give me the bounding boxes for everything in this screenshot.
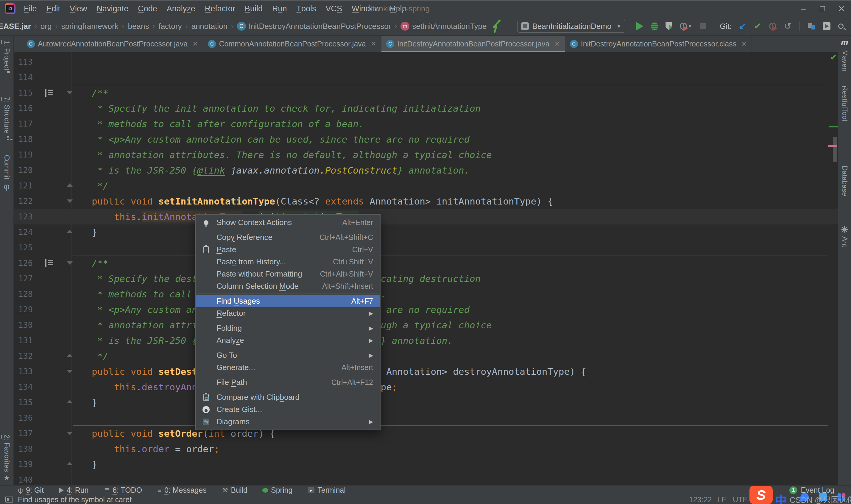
context-menu-item-paste[interactable]: PasteCtrl+V (196, 244, 380, 256)
line-number[interactable]: 120 (14, 163, 33, 178)
fold-marker-icon[interactable] (67, 370, 73, 373)
tool-window-button-messages[interactable]: ≡0: Messages (158, 486, 207, 494)
compare-branches-button[interactable] (808, 23, 815, 30)
line-number[interactable]: 136 (14, 410, 33, 426)
profiler-button[interactable]: ▼ (680, 23, 692, 30)
fold-marker-icon[interactable] (67, 91, 73, 94)
code-line[interactable]: 119 * annotation attributes. There is no… (14, 147, 838, 163)
menubar-item-refactor[interactable]: Refactor (200, 1, 240, 17)
run-button[interactable] (636, 22, 644, 30)
fold-marker-icon[interactable] (67, 400, 73, 403)
editor-scrollbar[interactable] (833, 137, 837, 162)
tool-window-button-database[interactable]: Database (838, 163, 851, 196)
context-menu-item-paste-from-history[interactable]: Paste from History...Ctrl+Shift+V (196, 256, 380, 268)
code-line[interactable]: 136 (14, 410, 838, 426)
breadcrumb-item[interactable]: CInitDestroyAnnotationBeanPostProcessor (237, 22, 391, 31)
line-number[interactable]: 133 (14, 364, 33, 379)
caret-position-widget[interactable]: 123:22 (689, 495, 712, 504)
run-configuration-select[interactable]: BeanInitializationDemo ▼ (517, 20, 626, 33)
fold-marker-icon[interactable] (67, 230, 73, 233)
code-line[interactable]: 139} (14, 457, 838, 472)
context-menu-item-folding[interactable]: Folding▶ (196, 322, 380, 334)
inspections-ok-icon[interactable]: ✔ (831, 52, 836, 62)
tool-window-button-commit[interactable]: Commitφ (0, 155, 13, 191)
line-number[interactable]: 121 (14, 178, 33, 194)
line-number[interactable]: 126 (14, 255, 33, 271)
line-number[interactable]: 129 (14, 302, 33, 317)
code-line[interactable]: 137public void setOrder(int order) { (14, 426, 838, 441)
run-anything-button[interactable] (823, 22, 830, 30)
code-line[interactable]: 124} (14, 224, 838, 240)
render-doc-icon[interactable] (45, 89, 54, 97)
menubar-item-build[interactable]: Build (240, 1, 267, 17)
line-number[interactable]: 127 (14, 271, 33, 286)
maximize-button[interactable] (813, 1, 832, 17)
rollback-button[interactable]: ↺ (784, 22, 792, 31)
line-number[interactable]: 117 (14, 116, 33, 131)
context-menu-item-show-context-actions[interactable]: Show Context ActionsAlt+Enter (196, 216, 380, 229)
history-button[interactable] (769, 23, 776, 30)
tool-window-button-project[interactable]: 1: Project (0, 40, 13, 73)
fold-marker-icon[interactable] (67, 183, 73, 187)
fold-marker-icon[interactable] (67, 462, 73, 465)
code-line[interactable]: 116 * Specify the init annotation to che… (14, 101, 838, 116)
tool-window-button-spring[interactable]: Spring (263, 486, 292, 494)
tab-close-icon[interactable]: ✕ (554, 40, 560, 48)
line-number[interactable]: 132 (14, 348, 33, 364)
breadcrumb-item[interactable]: msetInitAnnotationType (400, 22, 487, 31)
breadcrumb-item[interactable]: org (40, 22, 52, 31)
line-number[interactable]: 140 (14, 472, 33, 485)
tool-window-button-favorites[interactable]: 2: Favorites★ (0, 435, 13, 481)
menubar-item-tools[interactable]: Tools (291, 1, 321, 17)
context-menu-item-analyze[interactable]: Analyze▶ (196, 334, 380, 346)
tool-window-button-restfultool[interactable]: RestfulTool (838, 83, 851, 121)
menubar-item-view[interactable]: View (65, 1, 92, 17)
context-menu-item-paste-without-formatting[interactable]: Paste without FormattingCtrl+Alt+Shift+V (196, 268, 380, 280)
line-number[interactable]: 116 (14, 101, 33, 116)
git-update-button[interactable]: ↙ (739, 22, 746, 31)
menubar-item-analyze[interactable]: Analyze (162, 1, 200, 17)
line-number[interactable]: 115 (14, 85, 33, 101)
tool-window-button-terminal[interactable]: ▸Terminal (308, 486, 345, 494)
context-menu-item-go-to[interactable]: Go To▶ (196, 349, 380, 361)
context-menu-item-generate[interactable]: Generate...Alt+Insert (196, 361, 380, 374)
line-number[interactable]: 137 (14, 426, 33, 441)
spring-navigate-icon[interactable] (491, 19, 502, 33)
code-line[interactable]: 134 this.destroyAnnotationType = destroy… (14, 379, 838, 395)
editor-tab[interactable]: CInitDestroyAnnotationBeanPostProcessor.… (565, 36, 752, 52)
code-line[interactable]: 135} (14, 395, 838, 410)
tool-window-button-structure[interactable]: 7: Structure (0, 97, 13, 136)
line-number[interactable]: 124 (14, 224, 33, 240)
line-number[interactable]: 114 (14, 70, 33, 85)
tool-window-button-git[interactable]: ψ9: Git (18, 486, 44, 494)
run-with-coverage-button[interactable] (666, 22, 672, 30)
code-line[interactable]: 123 this.initAnnotationType = initAnnota… (14, 209, 838, 224)
line-number[interactable]: 119 (14, 147, 33, 163)
line-number[interactable]: 113 (14, 54, 33, 70)
line-number[interactable]: 123 (14, 209, 33, 224)
line-number[interactable]: 131 (14, 333, 33, 348)
code-line[interactable]: 138 this.order = order; (14, 441, 838, 457)
line-number[interactable]: 118 (14, 131, 33, 147)
code-line[interactable]: 125 (14, 240, 838, 255)
tool-window-button-ant[interactable]: ✳Ant (838, 226, 851, 247)
line-number[interactable]: 130 (14, 317, 33, 333)
tool-window-toggle-icon[interactable] (5, 497, 13, 503)
context-menu-item-compare-with-clipboard[interactable]: Compare with Clipboard (196, 391, 380, 403)
close-button[interactable]: ✕ (832, 1, 851, 17)
code-line[interactable]: 127 * Specify the destroy annotation to … (14, 271, 838, 286)
code-line[interactable]: 113 (14, 54, 838, 70)
fold-marker-icon[interactable] (67, 199, 73, 203)
code-line[interactable]: 128 * methods to call when the context i… (14, 286, 838, 302)
line-number[interactable]: 134 (14, 379, 33, 395)
code-line[interactable]: 129 * <p>Any custom annotation can be us… (14, 302, 838, 317)
editor-tab[interactable]: CCommonAnnotationBeanPostProcessor.java✕ (203, 36, 381, 52)
error-stripe-mark-green[interactable] (829, 126, 838, 127)
render-doc-icon[interactable] (45, 259, 54, 267)
code-line[interactable]: 122public void setInitAnnotationType(Cla… (14, 194, 838, 209)
context-menu-item-column-selection-mode[interactable]: Column Selection ModeAlt+Shift+Insert (196, 280, 380, 292)
tool-window-button-maven[interactable]: mMaven (838, 37, 851, 71)
search-everywhere-button[interactable] (838, 23, 844, 29)
code-line[interactable]: 140 (14, 472, 838, 485)
editor-tab[interactable]: CAutowiredAnnotationBeanPostProcessor.ja… (22, 36, 203, 52)
